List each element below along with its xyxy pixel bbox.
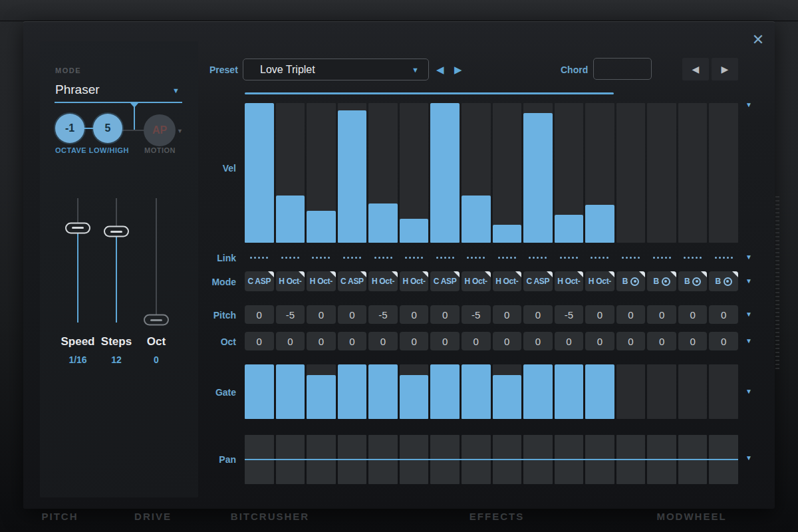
pitch-step-5[interactable]: -5 [368,305,398,324]
vel-step-11[interactable] [555,103,584,243]
oct-step-12[interactable]: 0 [585,332,614,350]
vel-step-12[interactable] [585,103,614,243]
pitch-step-16[interactable]: 0 [709,305,738,324]
oct-step-5[interactable]: 0 [368,332,398,350]
oct-step-4[interactable]: 0 [338,332,367,350]
mode-step-10[interactable]: C ASP [523,271,553,291]
host-tab-effects[interactable]: EFFECTS [469,511,524,522]
pan-row-options-icon[interactable]: ▼ [745,454,755,462]
mode-step-15[interactable]: B [678,271,708,291]
oct-row-options-icon[interactable]: ▼ [745,337,755,344]
slider-speed[interactable] [58,198,98,323]
link-step-4[interactable] [338,253,367,262]
preset-prev-button[interactable]: ◀ [436,64,447,76]
vel-step-14[interactable] [647,103,676,243]
pitch-row-options-icon[interactable]: ▼ [745,311,755,318]
oct-step-16[interactable]: 0 [709,332,738,350]
vel-step-6[interactable] [400,103,429,243]
link-step-14[interactable] [647,253,676,262]
mode-step-4[interactable]: C ASP [338,271,367,291]
mode-step-3[interactable]: H Oct- [307,271,336,291]
octave-high-knob[interactable]: 5 [93,114,122,143]
host-tab-drive[interactable]: DRIVE [134,511,172,522]
vel-step-2[interactable] [276,103,305,243]
gate-step-3[interactable] [307,364,336,419]
link-step-5[interactable] [368,253,398,262]
slider-steps[interactable] [96,198,136,323]
preset-select[interactable]: Love Triplet ▼ [243,59,429,80]
pitch-step-2[interactable]: -5 [276,305,305,324]
gate-step-13[interactable] [616,364,646,419]
oct-step-11[interactable]: 0 [555,332,584,350]
oct-step-3[interactable]: 0 [307,332,336,350]
gate-step-5[interactable] [368,364,398,419]
oct-step-14[interactable]: 0 [647,332,676,350]
slider-handle[interactable] [144,315,169,326]
gate-step-2[interactable] [276,364,305,419]
pitch-step-12[interactable]: 0 [585,305,614,324]
nav-next-button[interactable]: ▶ [712,58,738,80]
oct-step-9[interactable]: 0 [493,332,522,350]
oct-step-10[interactable]: 0 [523,332,553,350]
vel-step-5[interactable] [368,103,398,243]
host-tab-pitch[interactable]: PITCH [42,511,78,522]
pitch-step-6[interactable]: 0 [400,305,429,324]
link-step-12[interactable] [585,253,614,262]
oct-step-13[interactable]: 0 [616,332,646,350]
oct-step-15[interactable]: 0 [678,332,708,350]
gate-step-9[interactable] [493,364,522,419]
link-step-9[interactable] [493,253,522,262]
pitch-step-15[interactable]: 0 [678,305,708,324]
mode-step-1[interactable]: C ASP [245,271,274,291]
vel-step-7[interactable] [430,103,460,243]
vel-step-4[interactable] [338,103,367,243]
vel-step-13[interactable] [616,103,646,243]
vel-row-options-icon[interactable]: ▼ [745,101,755,108]
oct-step-6[interactable]: 0 [400,332,429,350]
gate-row-options-icon[interactable]: ▼ [745,388,755,395]
mode-row-options-icon[interactable]: ▼ [745,277,755,285]
vel-step-15[interactable] [678,103,708,243]
link-step-15[interactable] [678,253,708,262]
host-tab-bitcrusher[interactable]: BITCRUSHER [231,511,309,522]
pitch-step-4[interactable]: 0 [338,305,367,324]
oct-step-8[interactable]: 0 [462,332,491,350]
vel-step-16[interactable] [709,103,738,243]
mode-step-8[interactable]: H Oct- [462,271,491,291]
mode-step-12[interactable]: H Oct- [585,271,614,291]
mode-step-16[interactable]: B [709,271,738,291]
vel-step-1[interactable] [245,103,274,243]
nav-prev-button[interactable]: ◀ [682,58,709,80]
host-tab-modwheel[interactable]: MODWHEEL [656,511,726,522]
mode-select[interactable]: Phraser ▼ [55,82,185,101]
gate-step-1[interactable] [245,364,274,419]
pitch-step-10[interactable]: 0 [523,305,553,324]
link-row-options-icon[interactable]: ▼ [745,253,755,261]
vel-step-3[interactable] [307,103,336,243]
gate-step-14[interactable] [647,364,676,419]
oct-step-1[interactable]: 0 [245,332,274,350]
link-step-3[interactable] [307,253,336,262]
chord-input[interactable] [593,58,652,80]
gate-step-10[interactable] [523,364,553,419]
link-step-13[interactable] [616,253,646,262]
link-step-2[interactable] [276,253,305,262]
mode-step-9[interactable]: H Oct- [493,271,522,291]
mode-step-13[interactable]: B [616,271,646,291]
slider-oct[interactable] [136,198,176,323]
gate-step-8[interactable] [462,364,491,419]
link-step-10[interactable] [523,253,553,262]
mode-step-5[interactable]: H Oct- [368,271,398,291]
link-step-1[interactable] [245,253,274,262]
vel-step-9[interactable] [493,103,522,243]
gate-step-7[interactable] [430,364,460,419]
mode-step-11[interactable]: H Oct- [555,271,584,291]
gate-step-11[interactable] [555,364,584,419]
mode-step-7[interactable]: C ASP [430,271,460,291]
mode-step-2[interactable]: H Oct- [276,271,305,291]
mode-step-14[interactable]: B [647,271,676,291]
pitch-step-8[interactable]: -5 [462,305,491,324]
link-step-8[interactable] [462,253,491,262]
close-icon[interactable]: ✕ [750,32,766,48]
pitch-step-11[interactable]: -5 [555,305,584,324]
